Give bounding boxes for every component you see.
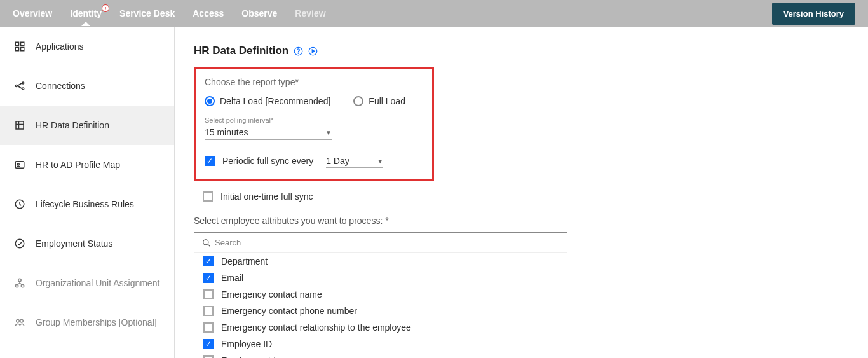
attribute-item[interactable]: Emergency contact phone number (194, 303, 567, 319)
attribute-item[interactable]: Employee ID (194, 336, 567, 352)
connections-icon (14, 80, 25, 92)
svg-point-15 (17, 320, 20, 323)
sidebar-item-applications[interactable]: Applications (0, 27, 174, 66)
radio-delta-load[interactable]: Delta Load [Recommended] (205, 96, 330, 106)
radio-label: Delta Load [Recommended] (220, 96, 330, 106)
attribute-label: Emergency contact name (221, 289, 322, 299)
attribute-label: Department (221, 256, 268, 266)
periodic-sync-checkbox[interactable] (205, 156, 215, 166)
sidebar-item-connections[interactable]: Connections (0, 66, 174, 106)
attribute-item[interactable]: Emergency contact name (194, 286, 567, 303)
version-history-button[interactable]: Version History (772, 3, 855, 25)
svg-point-9 (17, 163, 19, 165)
svg-point-11 (15, 239, 24, 248)
tab-service-desk[interactable]: Service Desk (119, 1, 175, 26)
sidebar-item-label: HR Data Definition (36, 120, 109, 130)
periodic-sync-label: Periodic full sync every (222, 156, 313, 166)
caret-down-icon: ▼ (377, 158, 383, 165)
svg-point-5 (22, 82, 24, 84)
svg-point-16 (20, 320, 24, 323)
sidebar-item-label: HR to AD Profile Map (36, 160, 120, 170)
svg-point-12 (18, 279, 22, 282)
tab-overview[interactable]: Overview (13, 1, 52, 26)
sidebar-item-label: Lifecycle Business Rules (36, 199, 134, 209)
sidebar-item-profile-map[interactable]: HR to AD Profile Map (0, 145, 174, 184)
tab-review[interactable]: Review (295, 1, 325, 26)
sidebar-item-lifecycle[interactable]: Lifecycle Business Rules (0, 184, 174, 224)
sidebar-item-employment-status[interactable]: Employment Status (0, 224, 174, 263)
sidebar-item-group-memberships[interactable]: Group Memberships [Optional] (0, 303, 174, 342)
apps-icon (14, 41, 25, 52)
sidebar-item-label: Employment Status (36, 238, 112, 249)
radio-icon (205, 96, 215, 106)
radio-full-load[interactable]: Full Load (353, 96, 405, 106)
radio-label: Full Load (369, 96, 405, 106)
svg-point-20 (203, 239, 208, 244)
polling-label: Select polling interval* (205, 116, 423, 124)
attribute-label: Email (221, 273, 243, 283)
svg-rect-7 (16, 121, 24, 129)
attribute-item[interactable]: Department (194, 253, 567, 270)
attribute-label: Employment type (221, 355, 290, 358)
attribute-label: Emergency contact relationship to the em… (221, 322, 411, 333)
groups-icon (14, 317, 25, 328)
sidebar-item-label: Applications (36, 41, 84, 52)
svg-rect-2 (15, 48, 18, 51)
main-content: HR Data Definition Choose the report typ… (175, 27, 868, 358)
attributes-box: DepartmentEmailEmergency contact nameEme… (194, 232, 567, 358)
attribute-checkbox[interactable] (203, 306, 214, 316)
alert-badge-icon: ! (102, 4, 109, 12)
attribute-label: Employee ID (221, 339, 272, 349)
attribute-item[interactable]: Email (194, 270, 567, 286)
initial-sync-checkbox[interactable] (203, 191, 213, 202)
status-icon (14, 238, 25, 249)
svg-rect-3 (21, 48, 24, 51)
play-icon[interactable] (308, 46, 318, 56)
sidebar-item-label: Group Memberships [Optional] (36, 317, 157, 327)
attribute-item[interactable]: Emergency contact relationship to the em… (194, 319, 567, 336)
initial-sync-label: Initial one-time full sync (220, 191, 313, 202)
attributes-search-input[interactable] (215, 238, 559, 247)
highlighted-section: Choose the report type* Delta Load [Reco… (194, 67, 434, 181)
select-value: 15 minutes (205, 127, 248, 137)
svg-rect-0 (15, 42, 18, 45)
search-icon (202, 238, 211, 247)
caret-down-icon: ▼ (325, 129, 332, 136)
sidebar-item-org-unit[interactable]: Organizational Unit Assignment (0, 263, 174, 303)
report-type-label: Choose the report type* (205, 77, 423, 87)
attributes-section-label: Select employee attributes you want to p… (194, 216, 849, 226)
top-bar: Overview Identity ! Service Desk Access … (0, 0, 868, 27)
svg-rect-1 (21, 42, 24, 45)
svg-point-6 (22, 88, 24, 90)
help-icon[interactable] (294, 46, 303, 56)
attribute-checkbox[interactable] (203, 355, 214, 358)
sidebar-item-label: Connections (36, 81, 85, 91)
attribute-checkbox[interactable] (203, 289, 214, 299)
attributes-search-row (194, 233, 567, 253)
sidebar-item-label: Organizational Unit Assignment (36, 278, 159, 288)
periodic-sync-select[interactable]: 1 Day ▼ (326, 154, 383, 168)
sidebar-item-hr-data-definition[interactable]: HR Data Definition (0, 106, 174, 145)
svg-point-18 (298, 53, 299, 53)
radio-icon (353, 96, 363, 106)
attributes-list[interactable]: DepartmentEmailEmergency contact nameEme… (194, 253, 567, 358)
tab-observe[interactable]: Observe (241, 1, 277, 26)
attribute-item[interactable]: Employment type (194, 352, 567, 358)
polling-interval-select[interactable]: 15 minutes ▼ (205, 125, 332, 140)
top-tabs: Overview Identity ! Service Desk Access … (13, 1, 326, 26)
select-value: 1 Day (326, 156, 349, 166)
attribute-label: Emergency contact phone number (221, 306, 357, 316)
page-title: HR Data Definition (194, 45, 849, 57)
data-icon (14, 120, 25, 131)
svg-point-4 (15, 85, 17, 87)
attribute-checkbox[interactable] (203, 339, 214, 349)
tab-access[interactable]: Access (193, 1, 224, 26)
sidebar: Applications Connections HR Data Definit… (0, 27, 175, 358)
tab-identity[interactable]: Identity ! (70, 1, 102, 26)
svg-rect-8 (15, 162, 24, 169)
attribute-checkbox[interactable] (203, 322, 214, 333)
org-icon (14, 277, 25, 289)
attribute-checkbox[interactable] (203, 256, 214, 266)
attribute-checkbox[interactable] (203, 273, 214, 283)
profile-map-icon (14, 159, 25, 170)
